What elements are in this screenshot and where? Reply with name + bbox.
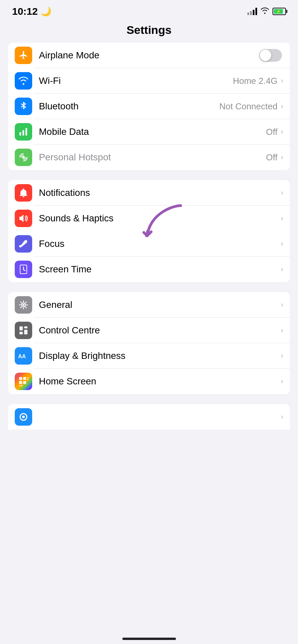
bluetooth-icon-wrap <box>15 98 32 115</box>
control-centre-icon-wrap <box>15 322 32 339</box>
svg-point-5 <box>19 245 21 247</box>
svg-rect-17 <box>23 381 26 384</box>
svg-rect-9 <box>19 326 23 330</box>
general-icon-wrap <box>15 296 32 314</box>
svg-point-7 <box>22 304 24 306</box>
svg-rect-19 <box>27 379 28 380</box>
airplane-mode-label: Airplane Mode <box>39 50 259 61</box>
svg-rect-16 <box>19 381 22 384</box>
general-label: General <box>39 300 281 310</box>
display-brightness-label: Display & Brightness <box>39 351 281 361</box>
airplane-mode-icon <box>15 47 32 64</box>
svg-rect-1 <box>22 130 24 136</box>
partial-icon-wrap <box>15 408 32 426</box>
mobile-data-row[interactable]: Mobile Data Off › <box>8 119 290 145</box>
svg-rect-0 <box>19 132 21 136</box>
hotspot-chevron: › <box>281 153 283 162</box>
svg-rect-21 <box>21 385 22 386</box>
screen-time-chevron: › <box>281 265 283 274</box>
battery-icon: ⚡ <box>273 8 286 15</box>
connectivity-section: Airplane Mode Wi-Fi Home 2.4G › Bluetoot… <box>8 43 290 170</box>
display-brightness-icon-wrap: AA <box>15 347 32 365</box>
personal-hotspot-row[interactable]: Personal Hotspot Off › <box>8 145 290 170</box>
home-screen-label: Home Screen <box>39 376 281 387</box>
wifi-chevron: › <box>281 76 283 85</box>
svg-rect-14 <box>19 377 22 380</box>
mobile-data-label: Mobile Data <box>39 126 266 137</box>
airplane-mode-row[interactable]: Airplane Mode <box>8 43 290 68</box>
partial-chevron: › <box>281 413 283 421</box>
airplane-mode-toggle[interactable] <box>259 49 282 62</box>
bluetooth-chevron: › <box>281 102 283 111</box>
focus-chevron: › <box>281 239 283 248</box>
partial-row[interactable]: › <box>8 404 290 430</box>
notifications-section: Notifications › Sounds & Haptics › <box>8 180 290 282</box>
svg-rect-11 <box>19 332 23 334</box>
status-bar: 10:12 🌙 ⚡ <box>0 0 298 20</box>
status-icons: ⚡ <box>247 7 286 16</box>
notifications-label: Notifications <box>39 187 281 198</box>
control-centre-row[interactable]: Control Centre › <box>8 318 290 343</box>
signal-icon <box>247 8 257 15</box>
hotspot-value: Off <box>266 152 277 163</box>
mobile-data-value: Off <box>266 127 277 137</box>
svg-text:AA: AA <box>18 354 26 359</box>
home-screen-chevron: › <box>281 377 283 386</box>
home-screen-row[interactable]: Home Screen › <box>8 369 290 394</box>
notifications-row[interactable]: Notifications › <box>8 180 290 206</box>
time-label: 10:12 <box>12 6 38 17</box>
svg-rect-12 <box>24 330 27 334</box>
general-chevron: › <box>281 301 283 309</box>
svg-rect-18 <box>27 377 28 378</box>
page-title: Settings <box>0 23 298 37</box>
bluetooth-row[interactable]: Bluetooth Not Connected › <box>8 94 290 119</box>
display-brightness-row[interactable]: AA Display & Brightness › <box>8 343 290 369</box>
focus-icon-wrap <box>15 235 32 253</box>
page-title-bar: Settings <box>0 20 298 43</box>
bluetooth-label: Bluetooth <box>39 101 219 112</box>
bluetooth-value: Not Connected <box>219 101 277 112</box>
sounds-label: Sounds & Haptics <box>39 213 281 224</box>
status-time: 10:12 🌙 <box>12 6 51 17</box>
hotspot-icon-wrap <box>15 149 32 166</box>
sounds-chevron: › <box>281 214 283 223</box>
display-brightness-chevron: › <box>281 352 283 360</box>
wifi-status-icon <box>260 7 269 16</box>
sounds-haptics-row[interactable]: Sounds & Haptics › <box>8 206 290 231</box>
hotspot-label: Personal Hotspot <box>39 152 266 163</box>
mobile-data-chevron: › <box>281 127 283 136</box>
wifi-icon-wrap <box>15 72 32 90</box>
focus-label: Focus <box>39 238 281 249</box>
wifi-row[interactable]: Wi-Fi Home 2.4G › <box>8 68 290 94</box>
screen-time-icon-wrap <box>15 261 32 278</box>
control-centre-label: Control Centre <box>39 325 281 336</box>
partial-section: › <box>8 404 290 430</box>
sounds-icon-wrap <box>15 210 32 227</box>
screen-time-row[interactable]: Screen Time › <box>8 257 290 282</box>
home-screen-icon-wrap <box>15 373 32 390</box>
sounds-row-wrapper: Sounds & Haptics › <box>8 206 290 231</box>
svg-point-23 <box>22 416 25 418</box>
svg-point-3 <box>22 156 25 159</box>
wifi-label: Wi-Fi <box>39 75 233 86</box>
wifi-value: Home 2.4G <box>233 76 278 86</box>
screen-time-label: Screen Time <box>39 264 281 275</box>
svg-rect-2 <box>25 128 27 136</box>
svg-rect-15 <box>23 377 26 380</box>
notifications-icon-wrap <box>15 184 32 202</box>
svg-rect-10 <box>24 326 27 328</box>
svg-rect-20 <box>19 385 20 386</box>
mobile-data-icon-wrap <box>15 123 32 141</box>
focus-row[interactable]: Focus › <box>8 231 290 257</box>
general-section: General › Control Centre › AA Display & … <box>8 292 290 394</box>
moon-icon: 🌙 <box>41 6 51 17</box>
home-indicator <box>122 638 176 640</box>
general-row[interactable]: General › <box>8 292 290 318</box>
notifications-chevron: › <box>281 189 283 197</box>
control-centre-chevron: › <box>281 326 283 335</box>
